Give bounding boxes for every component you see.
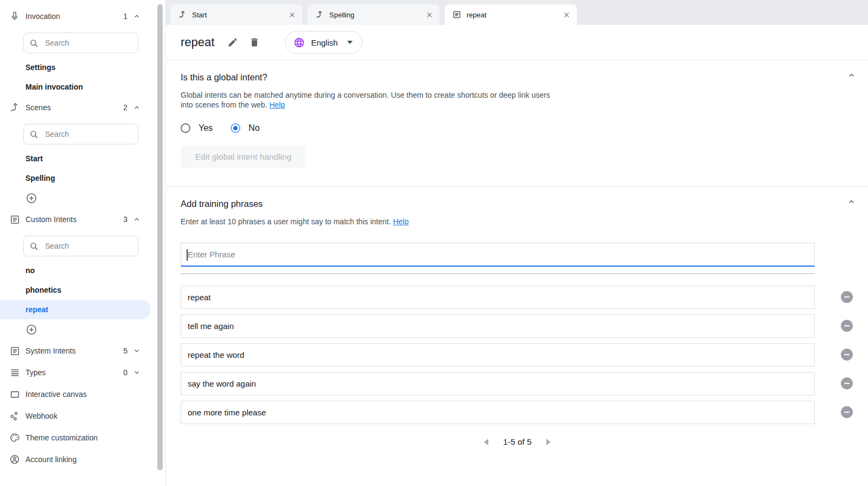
- sidebar-item-spelling[interactable]: Spelling: [0, 168, 155, 188]
- sidebar-item-settings[interactable]: Settings: [0, 58, 155, 77]
- sidebar-item-no[interactable]: no: [0, 261, 155, 280]
- webhook-icon: [9, 411, 21, 421]
- section-title: Is this a global intent?: [181, 72, 868, 83]
- sidebar-item-webhook[interactable]: Webhook: [0, 405, 155, 427]
- plus-circle-icon: [25, 192, 37, 204]
- training-phrases-section: Add training phrases Enter at least 10 p…: [181, 187, 868, 455]
- help-link[interactable]: Help: [393, 217, 409, 226]
- previous-page-icon[interactable]: [484, 439, 488, 445]
- invocation-search: [23, 33, 138, 53]
- add-custom-intent-button[interactable]: [25, 324, 37, 336]
- edit-button[interactable]: [227, 37, 238, 48]
- sidebar-section-scenes[interactable]: Scenes 2: [0, 97, 155, 118]
- search-input[interactable]: [44, 241, 120, 251]
- sidebar-item-main-invocation[interactable]: Main invocation: [0, 77, 155, 97]
- scene-icon: [178, 10, 187, 19]
- section-label: Custom Intents: [25, 215, 76, 224]
- radio-yes-label: Yes: [199, 123, 213, 133]
- sidebar-item-account-linking[interactable]: Account linking: [0, 449, 155, 470]
- pagination: 1-5 of 5: [166, 430, 868, 455]
- help-link[interactable]: Help: [269, 100, 285, 109]
- tab-repeat[interactable]: repeat: [445, 4, 577, 25]
- sidebar-scrollbar[interactable]: [155, 0, 165, 486]
- scenes-search: [23, 124, 138, 144]
- pencil-icon: [227, 37, 238, 48]
- intent-icon: [452, 10, 461, 19]
- sidebar: Invocation 1 Settings Main invocation Sc…: [0, 0, 155, 486]
- chevron-down-icon[interactable]: [133, 347, 141, 355]
- custom-intents-search: [23, 236, 138, 256]
- phrase-row[interactable]: tell me again: [181, 314, 815, 338]
- palette-icon: [9, 432, 21, 443]
- phrase-text: say the word again: [188, 379, 256, 388]
- phrase-row[interactable]: one more time please: [181, 401, 815, 424]
- sidebar-section-custom-intents[interactable]: Custom Intents 3: [0, 209, 155, 230]
- language-selector[interactable]: English: [285, 31, 362, 54]
- add-scene-button[interactable]: [25, 192, 37, 204]
- search-input[interactable]: [44, 129, 120, 139]
- phrase-row[interactable]: repeat the word: [181, 343, 815, 367]
- sidebar-section-types[interactable]: Types 0: [0, 362, 155, 383]
- sidebar-item-interactive-canvas[interactable]: Interactive canvas: [0, 383, 155, 405]
- section-label: Scenes: [25, 103, 51, 112]
- sidebar-item-phonetics[interactable]: phonetics: [0, 280, 155, 300]
- remove-phrase-button[interactable]: [841, 349, 853, 361]
- phrase-text: repeat the word: [188, 350, 244, 359]
- delete-button[interactable]: [249, 37, 260, 48]
- edit-global-intent-button[interactable]: Edit global intent handling: [181, 146, 306, 168]
- enter-phrase-input[interactable]: [181, 243, 814, 266]
- chevron-up-icon: [847, 198, 856, 206]
- chevron-up-icon: [847, 71, 856, 79]
- section-description: Global intents can be matched anytime du…: [181, 91, 554, 110]
- sidebar-section-system-intents[interactable]: System Intents 5: [0, 340, 155, 362]
- radio-yes[interactable]: [181, 123, 190, 133]
- search-icon: [29, 130, 39, 139]
- globe-icon: [293, 37, 305, 48]
- phrase-text: tell me again: [188, 321, 234, 331]
- section-label: System Intents: [25, 346, 76, 355]
- close-icon[interactable]: [563, 11, 570, 18]
- remove-phrase-button[interactable]: [841, 377, 853, 389]
- collapse-section-button[interactable]: [847, 198, 856, 206]
- sidebar-item-theme-customization[interactable]: Theme customization: [0, 427, 155, 449]
- remove-phrase-button[interactable]: [841, 320, 853, 332]
- section-count: 0: [123, 368, 127, 377]
- collapse-section-button[interactable]: [847, 71, 856, 79]
- scene-icon: [9, 102, 21, 113]
- search-input[interactable]: [44, 38, 120, 48]
- radio-no-label: No: [248, 123, 259, 133]
- tab-label: Start: [192, 11, 207, 19]
- chevron-up-icon[interactable]: [133, 12, 141, 20]
- intent-content: Is this a global intent? Global intents …: [166, 60, 868, 486]
- tab-start[interactable]: Start: [170, 4, 302, 25]
- chevron-down-icon[interactable]: [133, 369, 141, 376]
- global-intent-section: Is this a global intent? Global intents …: [181, 60, 868, 186]
- sidebar-item-repeat[interactable]: repeat: [0, 300, 151, 319]
- section-count: 5: [123, 346, 127, 355]
- sidebar-section-invocation[interactable]: Invocation 1: [0, 5, 155, 27]
- canvas-icon: [9, 389, 21, 400]
- search-icon: [29, 39, 39, 48]
- tab-label: Spelling: [329, 11, 354, 19]
- scrollbar-thumb[interactable]: [157, 4, 163, 470]
- radio-no[interactable]: [231, 123, 240, 133]
- remove-phrase-button[interactable]: [841, 406, 853, 418]
- section-count: 3: [123, 215, 127, 224]
- search-icon: [29, 242, 39, 251]
- global-intent-radio-group: Yes No: [181, 123, 868, 133]
- scene-icon: [315, 10, 324, 19]
- tab-spelling[interactable]: Spelling: [308, 4, 439, 25]
- phrase-row[interactable]: say the word again: [181, 372, 815, 395]
- page-title: repeat: [181, 35, 214, 49]
- list-lines-icon: [9, 368, 21, 378]
- chevron-up-icon[interactable]: [133, 104, 141, 111]
- remove-phrase-button[interactable]: [841, 291, 853, 303]
- next-page-icon[interactable]: [546, 439, 551, 445]
- sidebar-item-start[interactable]: Start: [0, 149, 155, 168]
- section-count: 2: [123, 103, 127, 112]
- close-icon[interactable]: [289, 11, 296, 18]
- close-icon[interactable]: [426, 11, 433, 18]
- chevron-up-icon[interactable]: [133, 216, 141, 223]
- phrase-list: repeat tell me again repeat the word say…: [181, 286, 868, 424]
- phrase-row[interactable]: repeat: [181, 286, 815, 309]
